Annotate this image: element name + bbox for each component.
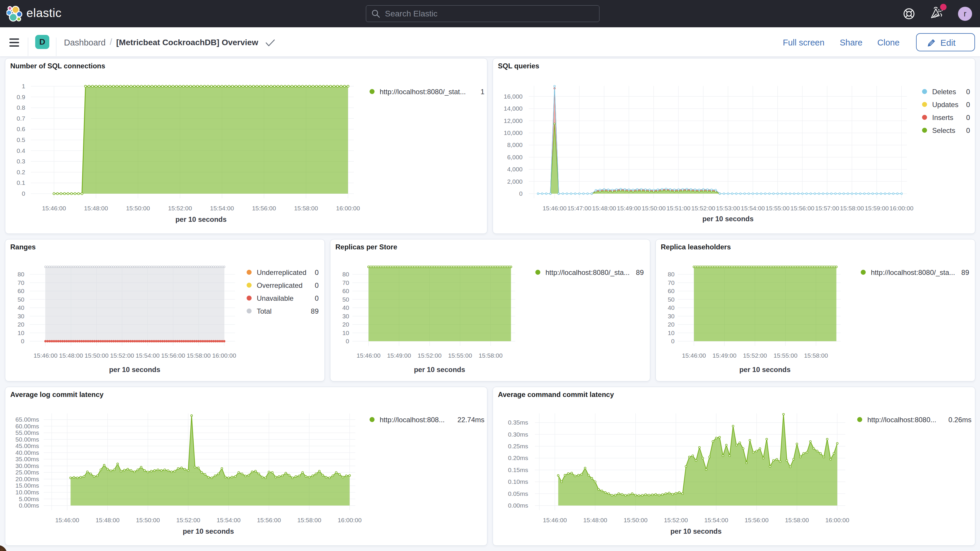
svg-text:0.00ms: 0.00ms: [19, 502, 39, 509]
svg-text:0: 0: [315, 268, 319, 276]
svg-text:80: 80: [668, 271, 675, 277]
svg-text:20: 20: [18, 321, 24, 328]
svg-text:Inserts: Inserts: [932, 113, 953, 121]
svg-text:0: 0: [21, 338, 24, 344]
svg-text:15:52:00: 15:52:00: [691, 205, 715, 212]
svg-text:15:58:00: 15:58:00: [479, 352, 503, 359]
svg-text:89: 89: [961, 268, 969, 276]
svg-text:0.35ms: 0.35ms: [508, 419, 528, 426]
svg-text:15:58:00: 15:58:00: [187, 352, 211, 359]
svg-text:15:56:00: 15:56:00: [252, 205, 276, 212]
svg-text:15:46:00: 15:46:00: [542, 205, 566, 212]
svg-text:per 10 seconds: per 10 seconds: [670, 527, 722, 535]
svg-text:15:48:00: 15:48:00: [592, 205, 616, 212]
svg-text:15:47:00: 15:47:00: [568, 205, 592, 212]
svg-text:15:46:00: 15:46:00: [356, 352, 380, 359]
svg-text:16:00:00: 16:00:00: [826, 517, 850, 524]
svg-text:15:56:00: 15:56:00: [745, 517, 769, 524]
svg-text:65.00ms: 65.00ms: [15, 416, 39, 423]
svg-text:15:46:00: 15:46:00: [33, 352, 57, 359]
svg-text:15:50:00: 15:50:00: [642, 205, 666, 212]
svg-text:16,000: 16,000: [504, 93, 523, 100]
svg-text:per 10 seconds: per 10 seconds: [414, 366, 465, 374]
svg-text:60: 60: [342, 288, 349, 294]
svg-text:15:50:00: 15:50:00: [624, 517, 648, 524]
svg-text:40.00ms: 40.00ms: [15, 449, 39, 456]
svg-text:15:48:00: 15:48:00: [95, 517, 120, 524]
svg-text:2,000: 2,000: [507, 178, 523, 185]
svg-text:0: 0: [966, 113, 970, 121]
svg-text:20: 20: [342, 321, 349, 328]
svg-text:0: 0: [346, 338, 349, 344]
svg-text:25.00ms: 25.00ms: [15, 469, 39, 476]
svg-text:40: 40: [342, 304, 349, 311]
svg-text:15:46:00: 15:46:00: [55, 517, 79, 524]
svg-text:15:58:00: 15:58:00: [840, 205, 864, 212]
svg-text:0.3: 0.3: [17, 158, 25, 165]
svg-text:http://localhost:808...: http://localhost:808...: [380, 416, 444, 424]
svg-text:70: 70: [18, 279, 24, 286]
svg-text:0.00ms: 0.00ms: [508, 502, 528, 509]
svg-text:Updates: Updates: [932, 100, 958, 108]
svg-text:30: 30: [668, 313, 675, 320]
svg-text:per 10 seconds: per 10 seconds: [175, 215, 227, 223]
svg-text:15:57:00: 15:57:00: [815, 205, 839, 212]
svg-text:35.00ms: 35.00ms: [15, 455, 39, 462]
svg-text:15:51:00: 15:51:00: [667, 205, 690, 212]
svg-text:Selects: Selects: [932, 126, 955, 134]
svg-text:15:52:00: 15:52:00: [664, 517, 688, 524]
svg-text:80: 80: [342, 271, 349, 277]
svg-text:15:49:00: 15:49:00: [713, 352, 737, 359]
svg-text:15:58:00: 15:58:00: [294, 205, 318, 212]
svg-text:0.6: 0.6: [17, 126, 25, 132]
svg-text:8,000: 8,000: [507, 142, 523, 148]
svg-text:0.26ms: 0.26ms: [948, 416, 972, 424]
svg-text:15:48:00: 15:48:00: [583, 517, 608, 524]
svg-text:40: 40: [668, 304, 675, 311]
svg-text:15:49:00: 15:49:00: [617, 205, 641, 212]
svg-text:22.74ms: 22.74ms: [457, 416, 484, 424]
svg-text:15:55:00: 15:55:00: [765, 205, 789, 212]
svg-text:15:50:00: 15:50:00: [126, 205, 150, 212]
svg-text:15:52:00: 15:52:00: [168, 205, 192, 212]
svg-text:15:54:00: 15:54:00: [704, 517, 728, 524]
svg-text:12,000: 12,000: [504, 117, 523, 124]
svg-text:0.2: 0.2: [17, 169, 25, 175]
svg-text:4,000: 4,000: [507, 166, 523, 172]
svg-text:45.00ms: 45.00ms: [15, 443, 39, 449]
svg-text:15:53:00: 15:53:00: [716, 205, 740, 212]
svg-text:70: 70: [342, 279, 349, 286]
svg-text:1: 1: [480, 88, 484, 96]
svg-text:Total: Total: [257, 307, 272, 315]
svg-text:per 10 seconds: per 10 seconds: [702, 215, 754, 223]
svg-text:15:52:00: 15:52:00: [177, 517, 200, 524]
svg-text:15:55:00: 15:55:00: [448, 352, 472, 359]
svg-text:http://localhost:8080/_stat...: http://localhost:8080/_stat...: [380, 88, 466, 96]
svg-text:15:56:00: 15:56:00: [791, 205, 815, 212]
svg-text:15.00ms: 15.00ms: [15, 482, 39, 489]
svg-text:0.10ms: 0.10ms: [508, 478, 528, 485]
svg-text:60: 60: [668, 288, 675, 294]
svg-text:15:55:00: 15:55:00: [773, 352, 797, 359]
svg-text:6,000: 6,000: [507, 154, 523, 161]
svg-text:per 10 seconds: per 10 seconds: [740, 366, 791, 374]
svg-text:15:52:00: 15:52:00: [743, 352, 767, 359]
svg-text:15:52:00: 15:52:00: [110, 352, 134, 359]
svg-text:16:00:00: 16:00:00: [338, 517, 362, 524]
svg-text:per 10 seconds: per 10 seconds: [183, 527, 234, 535]
svg-text:15:58:00: 15:58:00: [785, 517, 809, 524]
svg-text:30.00ms: 30.00ms: [15, 462, 39, 469]
svg-text:15:50:00: 15:50:00: [84, 352, 108, 359]
svg-text:0.05ms: 0.05ms: [508, 490, 528, 497]
svg-text:0.4: 0.4: [17, 147, 25, 154]
svg-text:16:00:00: 16:00:00: [889, 205, 914, 212]
svg-text:16:00:00: 16:00:00: [212, 352, 236, 359]
svg-text:0: 0: [315, 281, 319, 289]
svg-text:0: 0: [966, 100, 970, 108]
svg-text:16:00:00: 16:00:00: [336, 205, 360, 212]
svg-text:http://localhost:8080...: http://localhost:8080...: [867, 416, 936, 424]
svg-text:15:46:00: 15:46:00: [543, 517, 567, 524]
svg-text:89: 89: [636, 268, 644, 276]
svg-text:0: 0: [966, 126, 970, 134]
svg-text:10: 10: [342, 330, 349, 336]
